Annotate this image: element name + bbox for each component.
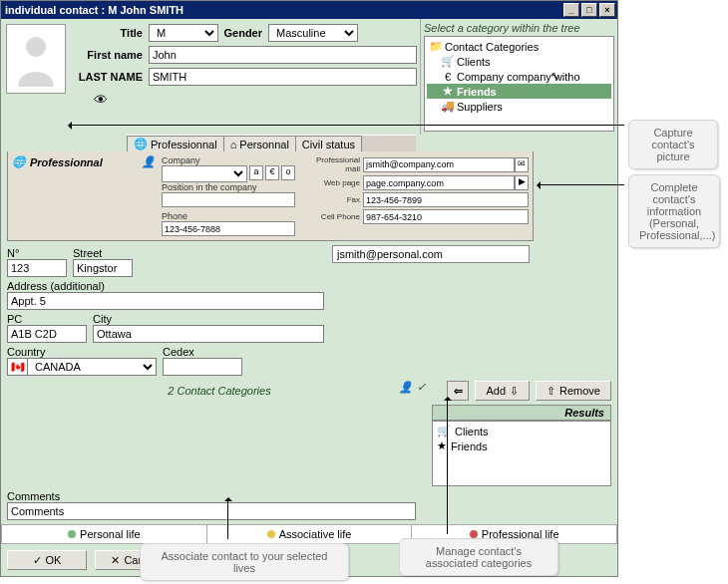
country-select[interactable]: CANADA: [27, 358, 157, 376]
street-input[interactable]: [73, 259, 133, 277]
envelope-icon[interactable]: ✉: [515, 157, 529, 172]
additional-label: Address (additional): [7, 280, 324, 292]
star-icon: ★: [441, 85, 455, 98]
firstname-input[interactable]: [149, 46, 417, 64]
tab-civil[interactable]: Civil status: [295, 136, 362, 151]
capture-picture-icon[interactable]: 👁: [94, 92, 108, 108]
tree-prompt: Select a category within the tree: [424, 22, 614, 34]
company-select[interactable]: [162, 165, 247, 182]
contact-icon[interactable]: 👤: [399, 381, 413, 394]
top-pane: Title M Gender Masculine First name LAST…: [1, 19, 617, 135]
comments-input[interactable]: [7, 502, 416, 520]
phone-input[interactable]: [162, 221, 295, 236]
minimize-button[interactable]: _: [563, 3, 579, 17]
globe-icon: 🌐: [12, 155, 26, 168]
tree-item-label: Suppliers: [457, 101, 503, 113]
gender-label: Gender: [218, 27, 268, 39]
company-btn3[interactable]: o: [281, 165, 295, 180]
city-input[interactable]: [93, 325, 324, 343]
x-icon: ✕: [111, 554, 120, 567]
company-btn2[interactable]: €: [265, 165, 279, 180]
cart-icon: 🛒: [441, 55, 455, 68]
dot-yellow-icon: [267, 530, 275, 538]
cell-label: Cell Phone: [301, 212, 363, 221]
category-count: 2 Contact Categories: [168, 385, 270, 397]
callout-categories: Manage contact's associated categories: [399, 538, 558, 576]
personal-email-input[interactable]: [332, 245, 530, 263]
euro-icon: €: [441, 71, 455, 83]
contact-icon: 👤: [142, 155, 156, 168]
remove-button[interactable]: ⇧ Remove: [536, 381, 611, 401]
result-item-clients[interactable]: 🛒Clients: [437, 424, 606, 438]
gender-select[interactable]: Masculine: [268, 24, 358, 42]
tree-item-company[interactable]: € Company company witho ↖: [427, 69, 611, 84]
check-icon[interactable]: ✓: [417, 381, 426, 394]
callout-info: Complete contact's information (Personal…: [628, 174, 720, 248]
cell-input[interactable]: [363, 209, 529, 224]
tree-root[interactable]: 📁 Contact Categories: [427, 39, 611, 54]
lastname-label: LAST NAME: [74, 71, 149, 83]
prof-email-input[interactable]: [363, 157, 515, 172]
add-button[interactable]: Add ⇩: [475, 381, 530, 401]
svg-point-0: [26, 37, 46, 57]
dot-red-icon: [470, 530, 478, 538]
position-input[interactable]: [162, 192, 295, 207]
company-btn1[interactable]: a: [249, 165, 263, 180]
category-tree[interactable]: 📁 Contact Categories 🛒 Clients € Company…: [424, 36, 614, 132]
arrow-info: [539, 184, 624, 185]
dot-green-icon: [68, 530, 76, 538]
professional-header: Professionnal: [30, 156, 103, 168]
lastname-input[interactable]: [149, 68, 417, 86]
avatar-placeholder[interactable]: [6, 24, 66, 94]
result-item-friends[interactable]: ★Friends: [437, 438, 606, 453]
life-personal[interactable]: Personal life: [2, 525, 207, 543]
tree-item-friends[interactable]: ★ Friends: [427, 84, 611, 99]
street-label: Street: [73, 247, 133, 259]
detail-tabs: 🌐Professionnal ⌂Personnal Civil status: [127, 135, 416, 151]
arrow-picture: [70, 125, 624, 126]
firstname-label: First name: [74, 49, 149, 61]
prof-email-label: Professional mail: [301, 155, 363, 173]
fax-label: Fax: [301, 195, 363, 204]
tab-personal[interactable]: ⌂Personnal: [223, 136, 296, 151]
pc-input[interactable]: [7, 325, 87, 343]
category-tree-section: Select a category within the tree 📁 Cont…: [420, 19, 617, 135]
titlebar: individual contact : M John SMITH _ □ ×: [1, 1, 617, 19]
truck-icon: 🚚: [441, 100, 455, 113]
person-silhouette-icon: [12, 29, 60, 89]
cursor-icon: ↖: [550, 70, 559, 83]
web-input[interactable]: [363, 175, 515, 190]
position-label: Position in the company: [162, 182, 295, 192]
title-select[interactable]: M: [149, 24, 218, 42]
comments-label: Comments: [7, 490, 611, 502]
check-icon: ✓: [33, 554, 42, 567]
tab-professional[interactable]: 🌐Professionnal: [127, 136, 224, 151]
comments-section: Comments: [1, 490, 617, 524]
additional-input[interactable]: [7, 292, 324, 310]
tree-item-label: Clients: [457, 56, 491, 68]
browse-icon[interactable]: ▶: [515, 175, 529, 190]
city-label: City: [93, 313, 324, 325]
tree-root-label: Contact Categories: [445, 41, 539, 53]
identity-section: Title M Gender Masculine First name LAST…: [1, 19, 420, 135]
tree-item-label: Friends: [457, 86, 497, 98]
arrow-lives: [227, 499, 228, 539]
life-associative[interactable]: Associative life: [207, 525, 413, 543]
pc-label: PC: [7, 313, 87, 325]
ok-button[interactable]: ✓ OK: [7, 550, 87, 570]
company-label: Company: [162, 155, 295, 165]
tree-item-clients[interactable]: 🛒 Clients: [427, 54, 611, 69]
maximize-button[interactable]: □: [581, 3, 597, 17]
tree-item-label: Company company witho: [457, 71, 580, 83]
country-label: Country: [7, 346, 157, 358]
professional-panel: 🌐 Professionnal 👤 Company a € o Position…: [7, 151, 534, 241]
window-title: individual contact : M John SMITH: [3, 4, 561, 16]
num-input[interactable]: [7, 259, 67, 277]
web-label: Web page: [301, 178, 363, 187]
arrow-down-icon: ⇩: [510, 385, 519, 398]
tree-item-suppliers[interactable]: 🚚 Suppliers: [427, 99, 611, 114]
arrow-up-icon: ⇧: [546, 385, 555, 398]
cedex-input[interactable]: [163, 358, 242, 376]
fax-input[interactable]: [363, 192, 529, 207]
close-button[interactable]: ×: [599, 3, 615, 17]
